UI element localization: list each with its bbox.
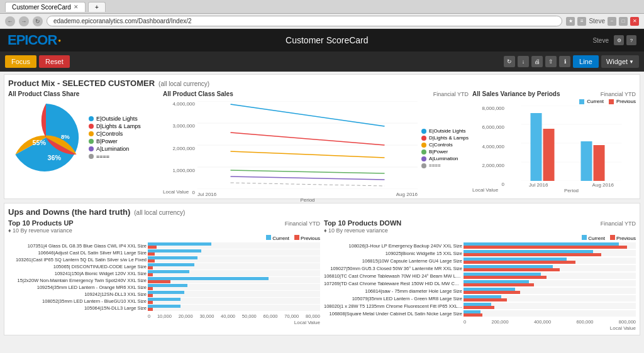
settings-icon[interactable]: ⚙: [614, 35, 624, 45]
main-content: Product Mix - SELECTED CUSTOMER (all loc…: [0, 72, 644, 353]
line-chart-container: 4,000,000 3,000,000 2,000,000 1,000,000 …: [163, 101, 469, 195]
line-legend-1: D|Lights & Lamps: [421, 135, 469, 141]
back-button[interactable]: ←: [5, 16, 15, 26]
up-bar-prev-1: [148, 253, 155, 256]
down-bar-prev-5: [464, 283, 534, 286]
tab-title: Customer ScoreCard: [12, 4, 71, 11]
down-bar-track-8: [464, 303, 636, 309]
x-axis-labels: Jul 2016 Aug 2016: [197, 192, 418, 197]
y-label-5: 0: [192, 190, 195, 195]
refresh-button[interactable]: ↻: [33, 16, 43, 26]
down-bar-track-9: [464, 310, 636, 317]
down-bar-track-3: [464, 265, 636, 271]
bar-x-jul: Jul 2016: [529, 182, 548, 188]
down-bar-row-9: 106808|Square Metal Under Cabinet DL Sat…: [324, 310, 636, 317]
minimize-icon[interactable]: −: [608, 17, 616, 26]
up-bar-current-6: [148, 284, 187, 287]
tab-close-btn[interactable]: ✕: [74, 4, 79, 10]
up-subtitle: ♦ 10 By revenue variance: [8, 227, 320, 234]
down-bar-row-8: 108020|1 x 28W T5 1235mm Chrome Fluoresc…: [324, 303, 636, 309]
reset-button[interactable]: Reset: [39, 55, 70, 68]
legend-item-3: B|Power: [89, 138, 141, 144]
down-product-7: 105079|35mm LED Lantern - Green MR8 Larg…: [324, 296, 462, 301]
up-legend-previous: Previous: [294, 235, 320, 241]
close-icon[interactable]: ✕: [630, 17, 639, 26]
pie-chart: 55% 36% 8%: [8, 100, 84, 175]
y-label-3: 2,000,000: [172, 146, 195, 151]
up-bar-current-2: [148, 256, 197, 259]
y-label-2: 3,000,000: [172, 123, 195, 129]
focus-button[interactable]: Focus: [5, 55, 36, 68]
share-icon[interactable]: ⇧: [545, 56, 557, 67]
new-tab[interactable]: +: [88, 2, 106, 12]
up-bar-row-1: 106646|Adjust Cast DL Satin Silver MR1 L…: [8, 249, 320, 256]
address-input[interactable]: edademo.epicoranalytics.com/Dashboard/In…: [47, 16, 562, 26]
down-product-0: 108026|3-Hour LP Emergency Backup 240V X…: [324, 243, 462, 249]
info-icon[interactable]: ℹ: [559, 56, 570, 67]
x-label-jul: Jul 2016: [197, 192, 216, 197]
header-right: Steve ⚙ ?: [592, 35, 636, 45]
up-x-6: 60,000: [264, 313, 278, 319]
down-legend-previous: Previous: [610, 235, 636, 241]
up-bar-track-2: [148, 256, 320, 263]
up-bar-current-1: [148, 249, 201, 253]
up-bar-track-9: [148, 305, 320, 311]
line-legend-2: C|Controls: [421, 142, 469, 148]
help-icon[interactable]: ?: [626, 35, 636, 45]
legend-dot-2: [89, 131, 94, 136]
legend-item-2: C|Controls: [89, 131, 141, 137]
legend-label-0: E|Outside Lights: [96, 116, 138, 122]
down-bar-prev-9: [464, 313, 482, 317]
legend-label-5: ====: [96, 153, 109, 160]
up-x-5: 50,000: [242, 313, 257, 319]
down-bar-track-1: [464, 250, 636, 256]
up-bar-prev-6: [148, 287, 153, 290]
down-bar-track-0: [464, 242, 636, 249]
pie-container: 55% 36% 8% E|Outside Lights D|Lights & L: [8, 100, 153, 175]
down-financial-ytd: Financial YTD: [601, 220, 636, 227]
bar-chart-container: 8,000,000 6,000,000 4,000,000 2,000,000 …: [472, 106, 636, 187]
user-name: Steve: [592, 37, 609, 44]
print-icon[interactable]: 🖨: [531, 56, 543, 67]
down-bar-track-7: [464, 295, 636, 301]
up-bar-current-7: [148, 291, 184, 294]
down-bar-prev-8: [464, 306, 494, 309]
up-bar-track-7: [148, 291, 320, 297]
forward-button[interactable]: →: [19, 16, 29, 26]
widget-button[interactable]: Widget ▼: [601, 55, 639, 68]
bar-legend-previous: Previous: [609, 99, 636, 104]
down-bar-prev-2: [464, 261, 575, 264]
down-bar-prev-7: [464, 298, 507, 301]
up-bar-row-4: 109241|150|A Bionic Widget 120V XXL Size: [8, 270, 320, 276]
up-x-0: 0: [148, 313, 150, 319]
up-x-3: 30,000: [199, 313, 214, 319]
app-header: EPICOR ● Customer ScoreCard Steve ⚙ ?: [0, 29, 644, 52]
bar-legend-current-dot: [579, 99, 584, 104]
up-product-7: 109242|12SN-DLL3 XXL Size: [8, 291, 147, 297]
line-button[interactable]: Line: [573, 55, 599, 68]
down-bar-row-1: 109025|Bionic Widgette 15 XXL Size: [324, 250, 636, 256]
bar-legend-current: Current: [579, 99, 604, 104]
up-bar-track-5: [148, 277, 320, 283]
up-bar-row-9: 105064|15N-DLL3 Large Size: [8, 305, 320, 311]
menu-icon[interactable]: ≡: [577, 17, 586, 26]
refresh-toolbar-icon[interactable]: ↻: [504, 56, 515, 67]
down-bars-container: 108026|3-Hour LP Emergency Backup 240V X…: [324, 242, 636, 331]
bar-legend-previous-dot: [609, 99, 614, 104]
up-bar-row-6: 109254|35mm LED Lantern - Orange MR6 XXL…: [8, 284, 320, 290]
line-legend-3: B|Power: [421, 149, 469, 155]
user-account[interactable]: Steve: [589, 18, 605, 24]
star-icon[interactable]: ★: [566, 17, 575, 26]
ud-row: Top 10 Products UP Financial YTD ♦ 10 By…: [8, 219, 636, 331]
download-icon[interactable]: ↓: [518, 56, 529, 67]
up-product-4: 109241|150|A Bionic Widget 120V XXL Size: [8, 271, 147, 276]
bar-jul-previous: [543, 129, 555, 181]
up-bar-track-8: [148, 298, 320, 304]
pie-label-1: 36%: [47, 154, 61, 161]
browser-icons: ★ ≡ Steve − □ ✕: [566, 17, 639, 26]
up-bar-prev-4: [148, 273, 153, 276]
active-tab[interactable]: Customer ScoreCard ✕: [5, 2, 86, 12]
down-bar-row-2: 106815|10W Capsule Lanterne GU4 Large Si…: [324, 258, 636, 264]
maximize-icon[interactable]: □: [619, 17, 628, 26]
up-product-0: 107351|4 Glass DL G8.35 Blue Glass CWL I…: [8, 243, 147, 249]
